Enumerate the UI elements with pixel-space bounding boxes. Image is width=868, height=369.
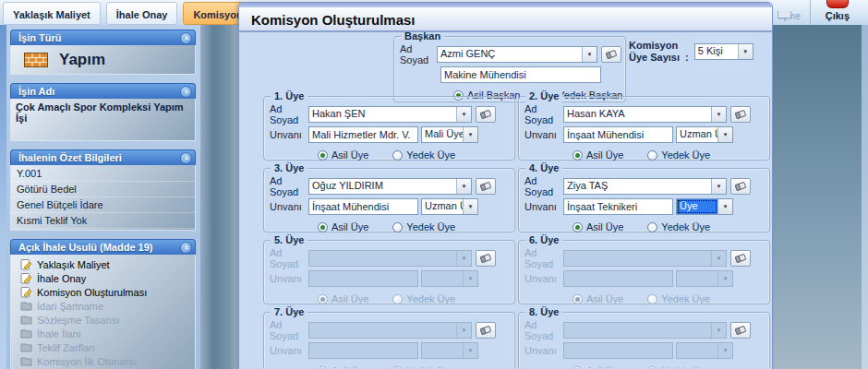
- member-name-combobox: ▼: [563, 322, 727, 339]
- panel-header: İşin Adı «: [10, 83, 196, 99]
- sozlesme-button-partial[interactable]: eşme: [768, 11, 809, 25]
- sidebar-item-ihale-onay[interactable]: İhale Onay: [11, 271, 195, 285]
- panel-isin-adi: İşin Adı « Çok Amaçlı Spor Kompleksi Yap…: [10, 83, 196, 141]
- radio-asil-uye[interactable]: [573, 150, 583, 161]
- chevron-down-icon[interactable]: ▼: [738, 44, 753, 59]
- eraser-icon: [734, 109, 747, 120]
- panel-isin-turu: İşin Türü « Yapım: [10, 30, 196, 75]
- member-role-combobox-focused[interactable]: Üye ▼: [676, 198, 733, 215]
- baskan-group: Başkan Ad Soyad Azmi GENÇ ▼ Asil Başkan …: [393, 36, 626, 102]
- chevron-down-icon: ▼: [456, 323, 471, 338]
- brick-wall-icon: [24, 51, 48, 69]
- radio-asil-uye[interactable]: [573, 222, 583, 232]
- clear-button[interactable]: [476, 322, 496, 339]
- clear-button[interactable]: [476, 178, 496, 195]
- member-role-combobox[interactable]: Mali Üye ▼: [421, 126, 478, 143]
- radio-asil-uye: [573, 294, 583, 304]
- eraser-icon: [734, 325, 747, 336]
- eraser-icon: [734, 181, 747, 192]
- member-4-group: 4. Üye Ad Soyad Ziya TAŞ ▼ Unvanı Üye: [518, 168, 770, 232]
- sidebar-item-yaklasik-maliyet[interactable]: Yaklaşık Maliyet: [11, 257, 195, 271]
- chevron-down-icon[interactable]: ▼: [456, 107, 471, 122]
- sidebar-item-komisyon-ilk-oturumu: Komisyon İlk Oturumu: [11, 354, 195, 368]
- clear-button[interactable]: [730, 322, 751, 339]
- radio-yedek-uye[interactable]: [392, 150, 403, 161]
- radio-yedek-uye[interactable]: [392, 222, 403, 232]
- chevron-down-icon[interactable]: ▼: [463, 127, 477, 142]
- chevron-down-icon: ▼: [463, 271, 477, 286]
- radio-asil-uye[interactable]: [318, 222, 328, 232]
- chevron-down-icon: ▼: [711, 251, 726, 266]
- member-unvan-input[interactable]: [563, 198, 673, 215]
- radio-yedek-uye[interactable]: [647, 150, 657, 161]
- member-6-group: 6. Üye Ad Soyad ▼ Unvanı: [518, 240, 770, 304]
- collapse-button[interactable]: «: [180, 152, 192, 164]
- summary-item: Y.001: [11, 166, 195, 182]
- clear-button[interactable]: [476, 106, 496, 123]
- tab-yaklasik-maliyet[interactable]: Yaklaşık Maliyet: [3, 2, 101, 25]
- member-8-group: 8. Üye Ad Soyad ▼ Unvanı: [518, 312, 770, 368]
- collapse-button[interactable]: «: [180, 86, 192, 98]
- member-unvan-input: [563, 342, 673, 359]
- clear-button[interactable]: [476, 250, 496, 267]
- document-icon: [20, 342, 32, 352]
- sidebar-item-komisyon-olusturulmasi[interactable]: Komisyon Oluşturulması: [11, 285, 195, 299]
- chevron-down-icon[interactable]: ▼: [717, 127, 732, 142]
- member-count-combobox[interactable]: 5 Kişi ▼: [694, 43, 753, 60]
- baskan-name-combobox[interactable]: Azmi GENÇ ▼: [437, 46, 597, 63]
- chevron-down-icon: ▼: [463, 343, 477, 358]
- edit-icon: [20, 272, 32, 284]
- chevron-down-icon: ▼: [456, 251, 471, 266]
- member-unvan-input: [308, 270, 418, 287]
- document-icon: [20, 315, 32, 325]
- chevron-down-icon: ▼: [717, 271, 732, 286]
- member-role-combobox[interactable]: Uzman Üye ▼: [421, 198, 478, 215]
- chevron-down-icon[interactable]: ▼: [456, 179, 471, 194]
- member-count-block: Komisyon Üye Sayısı : 5 Kişi ▼: [629, 40, 753, 64]
- commission-form: Başkan Ad Soyad Azmi GENÇ ▼ Asil Başkan …: [239, 32, 772, 368]
- baskan-title-input[interactable]: [440, 66, 601, 83]
- tab-ihale-onay[interactable]: İhale Onay: [106, 2, 178, 25]
- panel-acik-ihale-usulu: Açık İhale Usulü (Madde 19) « Yaklaşık M…: [10, 239, 196, 369]
- clear-button[interactable]: [730, 178, 751, 195]
- tab-label: İhale Onay: [116, 9, 168, 20]
- eraser-icon: [479, 253, 492, 264]
- member-unvan-input[interactable]: [308, 126, 418, 143]
- chevron-down-icon[interactable]: ▼: [717, 199, 732, 214]
- panel-header: İhalenin Özet Bilgileri «: [10, 149, 196, 165]
- member-unvan-input[interactable]: [308, 198, 418, 215]
- eraser-icon: [479, 181, 492, 192]
- chevron-down-icon: ▼: [717, 343, 732, 358]
- chevron-down-icon[interactable]: ▼: [711, 107, 726, 122]
- member-name-combobox[interactable]: Ziya TAŞ ▼: [563, 178, 727, 195]
- isin-adi-value: Çok Amaçlı Spor Kompleksi Yapım İşi: [10, 99, 196, 141]
- member-unvan-input[interactable]: [563, 126, 673, 143]
- chevron-down-icon: ▼: [711, 323, 726, 338]
- collapse-button[interactable]: «: [180, 242, 192, 254]
- members-grid: 1. Üye Ad Soyad Hakan ŞEN ▼ Unvanı Mal: [263, 96, 770, 368]
- collapse-button[interactable]: «: [180, 32, 192, 44]
- radio-asil-uye[interactable]: [318, 150, 328, 161]
- summary-item: Kısmi Teklif Yok: [11, 213, 195, 229]
- exit-button[interactable]: Çıkış: [810, 0, 864, 25]
- eraser-icon: [605, 49, 618, 60]
- member-name-combobox[interactable]: Hakan ŞEN ▼: [308, 106, 472, 123]
- member-3-group: 3. Üye Ad Soyad Oğuz YILDIRIM ▼ Unvanı: [263, 168, 515, 232]
- sidebar: İşin Türü « Yapım İşin Adı « Çok Ama: [6, 25, 200, 369]
- clear-button[interactable]: [730, 250, 751, 267]
- radio-yedek-uye: [647, 366, 657, 369]
- clear-button[interactable]: [730, 106, 751, 123]
- chevron-down-icon[interactable]: ▼: [463, 199, 477, 214]
- sidebar-item-ihale-ilani: İhale İlanı: [11, 327, 195, 340]
- member-name-combobox: ▼: [563, 250, 727, 267]
- member-name-combobox[interactable]: Hasan KAYA ▼: [563, 106, 727, 123]
- member-name-combobox[interactable]: Oğuz YILDIRIM ▼: [308, 178, 472, 195]
- member-role-combobox[interactable]: Uzman Üye ▼: [676, 126, 733, 143]
- clear-button[interactable]: [601, 46, 621, 63]
- page-title: Komisyon Oluşturulması: [239, 7, 772, 32]
- radio-yedek-uye[interactable]: [647, 222, 657, 232]
- ad-soyad-label: Ad Soyad: [400, 43, 437, 65]
- chevron-down-icon[interactable]: ▼: [711, 179, 726, 194]
- member-unvan-input: [563, 270, 673, 287]
- chevron-down-icon[interactable]: ▼: [582, 47, 597, 62]
